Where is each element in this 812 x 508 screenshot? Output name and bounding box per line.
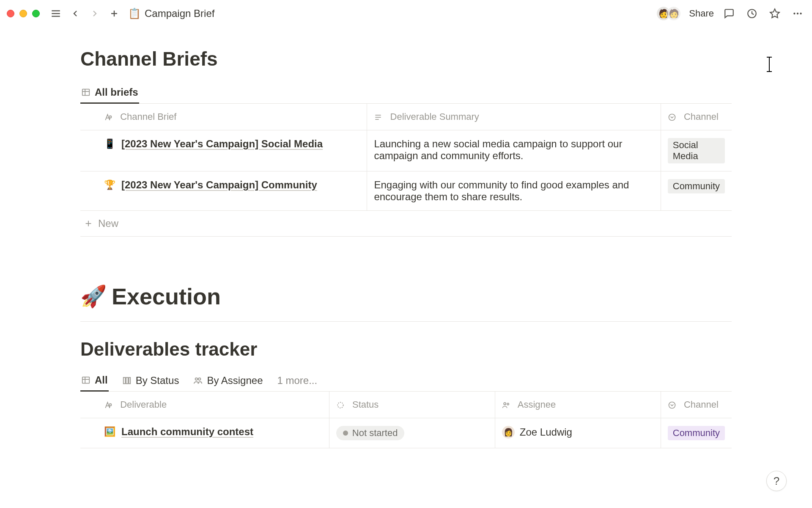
title-property-icon	[104, 401, 112, 409]
row-summary[interactable]: Engaging with our community to find good…	[367, 171, 661, 211]
updates-clock-icon[interactable]	[744, 6, 760, 21]
svg-point-30	[504, 403, 506, 405]
svg-point-9	[800, 13, 801, 14]
deliverables-table: Deliverable Status Assignee	[80, 392, 732, 448]
person-property-icon	[502, 401, 510, 409]
select-property-icon	[668, 401, 676, 409]
window-traffic-lights	[7, 10, 40, 17]
row-summary[interactable]: Launching a new social media campaign to…	[367, 130, 661, 171]
table-icon	[81, 375, 91, 385]
svg-rect-25	[129, 378, 130, 384]
nav-forward-icon	[87, 6, 102, 21]
execution-title-text: Execution	[112, 283, 221, 309]
maximize-window-button[interactable]	[32, 10, 40, 17]
row-title-link[interactable]: [2023 New Year's Campaign] Social Media	[121, 138, 323, 150]
tab-label: By Status	[136, 375, 179, 387]
more-menu-icon[interactable]	[790, 6, 805, 21]
page-row-icon: 🖼️	[104, 426, 115, 437]
tab-all[interactable]: All	[80, 370, 109, 392]
channel-briefs-heading: Channel Briefs	[80, 47, 732, 70]
page-row-icon: 🏆	[104, 179, 115, 190]
new-page-icon[interactable]	[107, 6, 122, 21]
status-property-icon	[336, 401, 345, 409]
minimize-window-button[interactable]	[19, 10, 27, 17]
svg-point-26	[195, 378, 198, 381]
divider	[80, 321, 732, 322]
avatar[interactable]: 🧑	[666, 6, 681, 21]
svg-rect-20	[82, 377, 90, 384]
favorite-star-icon[interactable]	[767, 6, 782, 21]
column-header-status[interactable]: Status	[329, 392, 495, 418]
text-property-icon	[374, 113, 382, 121]
column-header-channel[interactable]: Channel	[661, 104, 732, 130]
status-dot-icon	[343, 431, 348, 436]
tab-label: By Assignee	[207, 375, 263, 387]
svg-point-8	[797, 13, 798, 14]
row-title-link[interactable]: [2023 New Year's Campaign] Community	[121, 179, 317, 191]
column-header-name[interactable]: Channel Brief	[80, 104, 367, 130]
status-badge[interactable]: Not started	[336, 426, 405, 440]
deliverables-heading: Deliverables tracker	[80, 339, 732, 360]
column-header-deliverable[interactable]: Deliverable	[80, 392, 329, 418]
tab-label: 1 more...	[277, 375, 317, 387]
title-property-icon	[104, 113, 112, 121]
column-header-summary[interactable]: Deliverable Summary	[367, 104, 661, 130]
status-text: Not started	[352, 428, 398, 439]
help-label: ?	[774, 475, 779, 488]
channel-tag[interactable]: Community	[668, 179, 725, 193]
svg-rect-24	[126, 378, 128, 384]
new-row-label: New	[98, 218, 118, 229]
briefs-view-tabs: All briefs	[80, 82, 732, 104]
assignee-cell[interactable]: 👩 Zoe Ludwig	[502, 426, 654, 439]
deliverables-view-tabs: All By Status By Assignee 1 more...	[80, 370, 732, 392]
column-label: Deliverable	[120, 399, 167, 410]
tab-more-views[interactable]: 1 more...	[276, 370, 318, 391]
tab-by-status[interactable]: By Status	[121, 370, 180, 391]
svg-rect-23	[123, 378, 125, 384]
svg-rect-10	[82, 89, 90, 96]
column-label: Status	[352, 399, 379, 410]
text-caret-icon	[769, 57, 770, 72]
hamburger-menu-icon[interactable]	[48, 6, 63, 21]
comments-icon[interactable]	[721, 6, 737, 21]
svg-point-7	[793, 13, 795, 14]
page-row-icon: 📱	[104, 138, 115, 149]
page-emoji-icon: 📋	[129, 8, 140, 19]
close-window-button[interactable]	[7, 10, 14, 17]
channel-tag[interactable]: Social Media	[668, 138, 725, 163]
select-property-icon	[668, 113, 676, 121]
svg-point-32	[669, 402, 675, 409]
column-header-assignee[interactable]: Assignee	[495, 392, 661, 418]
page-content: Channel Briefs All briefs Channel Brief	[0, 27, 812, 448]
column-label: Deliverable Summary	[390, 111, 479, 122]
column-label: Channel	[684, 111, 719, 122]
breadcrumb[interactable]: 📋 Campaign Brief	[129, 8, 214, 19]
page-title: Campaign Brief	[145, 8, 214, 19]
nav-back-icon[interactable]	[68, 6, 83, 21]
new-row-button[interactable]: New	[80, 211, 732, 237]
avatar: 👩	[502, 426, 515, 439]
help-button[interactable]: ?	[766, 471, 787, 491]
table-row[interactable]: 🖼️ Launch community contest Not started …	[80, 418, 732, 448]
topbar-right: 🧑 🧑 Share	[656, 6, 805, 21]
svg-point-27	[198, 378, 201, 381]
column-label: Channel	[684, 399, 719, 410]
tab-all-briefs[interactable]: All briefs	[80, 82, 139, 104]
channel-tag[interactable]: Community	[668, 426, 725, 440]
svg-point-29	[337, 403, 343, 408]
tab-label: All	[95, 374, 108, 386]
column-header-channel[interactable]: Channel	[661, 392, 732, 418]
svg-marker-6	[770, 9, 779, 18]
row-title-link[interactable]: Launch community contest	[121, 426, 253, 438]
tab-label: All briefs	[95, 86, 138, 98]
people-icon	[193, 376, 203, 385]
presence-avatars[interactable]: 🧑 🧑	[656, 6, 681, 21]
svg-point-17	[669, 114, 675, 121]
tab-by-assignee[interactable]: By Assignee	[192, 370, 263, 391]
board-icon	[122, 376, 132, 385]
assignee-name: Zoe Ludwig	[520, 426, 572, 438]
share-button[interactable]: Share	[689, 8, 714, 19]
table-row[interactable]: 📱 [2023 New Year's Campaign] Social Medi…	[80, 130, 732, 171]
plus-icon	[84, 219, 93, 228]
table-row[interactable]: 🏆 [2023 New Year's Campaign] Community E…	[80, 171, 732, 211]
